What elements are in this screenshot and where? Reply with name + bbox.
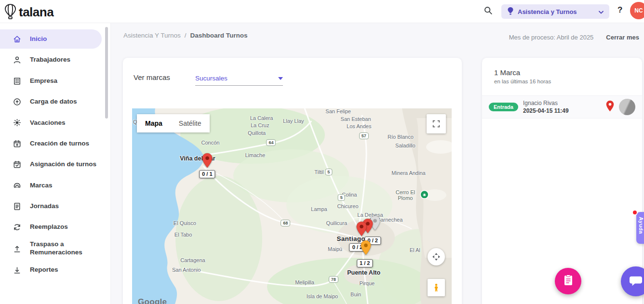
sidebar-item-trabajadores[interactable]: Trabajadores xyxy=(0,51,110,70)
building-grid-icon xyxy=(13,77,22,86)
chevron-down-icon xyxy=(599,8,604,15)
sidebar-item-vacaciones[interactable]: Vacaciones xyxy=(0,113,110,132)
module-selector-label: Asistencia y Turnos xyxy=(518,8,577,15)
google-logo[interactable]: Google xyxy=(138,297,167,304)
map-place-label: El Quisco xyxy=(174,220,196,226)
sidebar-item-jornadas[interactable]: Jornadas xyxy=(0,197,110,216)
map-place-label: Los Andes xyxy=(347,123,371,129)
mark-person-name: Ignacio Rivas xyxy=(523,100,569,106)
sidebar-item-creacion-de-turnos[interactable]: Creación de turnos xyxy=(0,134,110,153)
google-map[interactable]: QuinteroLa CaleraLa CruzLlay LlaySan Fel… xyxy=(132,108,452,304)
map-type-control: Mapa Satélite xyxy=(137,114,210,132)
map-place-label: La Cruz xyxy=(251,122,269,128)
download-icon xyxy=(13,265,22,275)
pin-count-label[interactable]: 1 / 2 xyxy=(357,259,373,267)
person-icon xyxy=(13,55,22,65)
help-tab-label: Ayuda xyxy=(638,217,644,234)
street-view-pegman[interactable] xyxy=(428,279,445,296)
sidebar-item-carga-de-datos[interactable]: Carga de datos xyxy=(0,93,110,112)
map-place-label: El Al xyxy=(410,247,420,253)
sidebar-item-inicio[interactable]: Inicio xyxy=(0,29,102,49)
route-shield: 78 xyxy=(329,276,338,283)
mark-person: Ignacio Rivas 2025-04-15 11:49 xyxy=(523,100,569,114)
pin-count-label[interactable]: 0 / 1 xyxy=(199,170,215,178)
map-place-label: Quilicura xyxy=(326,220,347,226)
map-place-label: Llay Llay xyxy=(283,118,304,124)
map-place-label: Maipú xyxy=(328,246,342,252)
sidebar-item-reemplazos[interactable]: Reemplazos xyxy=(0,218,110,237)
user-avatar[interactable]: NC xyxy=(630,2,644,19)
map-place-label: Quillota xyxy=(248,130,266,136)
map-place-label: La Calera xyxy=(250,115,273,121)
search-icon[interactable] xyxy=(483,6,494,16)
notification-dot xyxy=(632,210,638,215)
map-place-label: Río Blanco xyxy=(388,134,414,140)
sidebar-item-marcas[interactable]: Marcas xyxy=(0,176,110,195)
process-month-row: Mes de proceso: Abril de 2025 Cerrar mes xyxy=(509,34,639,41)
map-pin[interactable] xyxy=(361,240,372,255)
brand-text: talana xyxy=(19,5,54,20)
talana-logo[interactable]: talana xyxy=(4,3,54,21)
route-shield: 5 xyxy=(338,194,345,201)
map-place-label: Chicureo xyxy=(337,203,359,209)
sidebar-item-reportes[interactable]: Reportes xyxy=(0,260,110,279)
sidebar-scrollbar[interactable] xyxy=(105,27,108,119)
map-place-label: San Antonio xyxy=(172,267,201,273)
fullscreen-button[interactable] xyxy=(427,114,446,133)
route-shield: 68 xyxy=(281,220,290,226)
map-place-label: San Esteban xyxy=(341,116,371,122)
chat-bubble-icon xyxy=(629,275,643,289)
tasks-fab[interactable] xyxy=(555,268,581,294)
sun-icon xyxy=(13,118,22,127)
document-list-icon xyxy=(13,202,22,211)
location-pin-icon[interactable] xyxy=(606,100,614,114)
fingerprint-icon xyxy=(13,181,22,190)
marks-panel: 1 Marca en las últimas 16 horas Entrada … xyxy=(482,58,642,304)
calendar-check-icon xyxy=(13,160,22,169)
calendar-plus-icon xyxy=(13,139,22,148)
map-place-label: Concón xyxy=(201,140,219,145)
map-place-label: Melipilla xyxy=(295,279,314,285)
pan-control[interactable] xyxy=(428,248,445,265)
close-month-button[interactable]: Cerrar mes xyxy=(606,34,639,41)
map-place-label: Tiltil xyxy=(314,169,323,175)
process-month-label: Mes de proceso: Abril de 2025 xyxy=(509,34,594,41)
select-chevron-icon xyxy=(278,77,283,80)
map-pin[interactable] xyxy=(201,153,213,168)
module-selector-dropdown[interactable]: Asistencia y Turnos xyxy=(501,4,609,19)
talana-app: talana Asistencia y Turnos ? NC xyxy=(0,0,644,304)
sucursales-select[interactable]: Sucursales xyxy=(195,71,283,86)
breadcrumb-separator: / xyxy=(185,32,187,39)
sidebar-nav: Inicio Trabajadores Empresa Carga de dat… xyxy=(0,23,110,279)
sidebar-item-empresa[interactable]: Empresa xyxy=(0,71,110,91)
map-type-satellite-button[interactable]: Satélite xyxy=(171,114,210,132)
mark-photo-avatar[interactable] xyxy=(619,99,635,115)
map-place-label: Saladillo xyxy=(395,143,416,148)
module-balloon-icon xyxy=(507,7,514,16)
help-side-tab[interactable]: Ayuda xyxy=(636,212,644,244)
mark-entry-row[interactable]: Entrada Ignacio Rivas 2025-04-15 11:49 xyxy=(482,95,642,119)
sidebar-item-asignacion-de-turnos[interactable]: Asignación de turnos xyxy=(0,155,110,174)
map-place-label: Limache xyxy=(245,152,265,158)
map-place-label: Cartagena xyxy=(180,257,205,263)
upload-icon xyxy=(13,244,22,253)
refresh-icon xyxy=(13,223,22,232)
breadcrumb-current: Dashboard Turnos xyxy=(190,32,248,39)
map-place-label: Minera Andina xyxy=(391,170,425,176)
upload-circle-icon xyxy=(13,97,22,106)
entry-type-badge: Entrada xyxy=(489,103,518,111)
help-button[interactable]: ? xyxy=(617,5,622,15)
sucursales-select-value: Sucursales xyxy=(195,75,228,82)
breadcrumb-parent[interactable]: Asistencia Y Turnos xyxy=(123,32,181,39)
sidebar-item-traspaso-remuneraciones[interactable]: Traspaso a Remuneraciones xyxy=(0,238,110,259)
marks-title: 1 Marca xyxy=(494,68,520,77)
map-pin[interactable] xyxy=(356,221,367,237)
map-place-label: Puente Alto xyxy=(347,269,380,276)
map-place-label: Buin xyxy=(350,291,361,297)
marks-subtitle: en las últimas 16 horas xyxy=(494,79,551,84)
balloon-logo-icon xyxy=(4,3,17,21)
map-place-label: Cerro El Plomo xyxy=(392,189,419,201)
sidebar: Inicio Trabajadores Empresa Carga de dat… xyxy=(0,23,111,304)
map-place-label: Pirque xyxy=(359,280,375,286)
map-type-map-button[interactable]: Mapa xyxy=(137,114,171,132)
